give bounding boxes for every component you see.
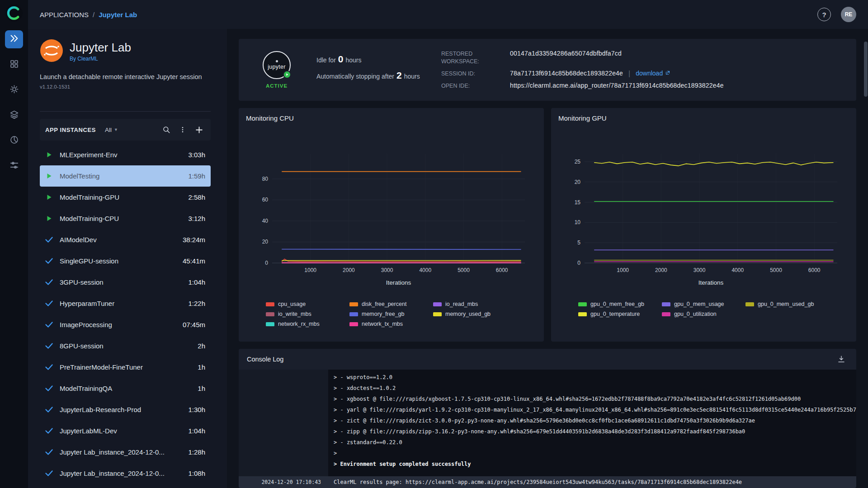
legend-item[interactable]: gpu_0_mem_used_gb <box>745 301 829 307</box>
legend-item[interactable]: cpu_usage <box>266 301 349 307</box>
console-title: Console Log <box>247 356 283 363</box>
breadcrumb-applications[interactable]: APPLICATIONS <box>40 11 89 19</box>
external-link-icon <box>665 70 670 77</box>
download-link[interactable]: download <box>636 70 670 77</box>
legend-item[interactable]: gpu_0_utilization <box>662 311 745 317</box>
check-icon <box>45 428 53 434</box>
list-item[interactable]: ImageProcessing07:45m <box>40 314 211 335</box>
check-icon <box>45 237 53 243</box>
search-icon[interactable] <box>160 123 173 136</box>
idle-hours-value: 0 <box>338 54 344 64</box>
field-label: SESSION ID: <box>441 70 510 78</box>
legend-item[interactable]: gpu_0_mem_usage <box>662 301 745 307</box>
legend-item[interactable]: gpu_0_mem_free_gb <box>578 301 662 307</box>
applications-icon <box>9 33 19 45</box>
legend-item[interactable]: network_rx_mbs <box>266 321 349 327</box>
cpu-chart-plot[interactable]: 100020003000400050006000020406080Iterati… <box>246 133 537 299</box>
legend-label: io_write_mbs <box>278 311 311 317</box>
list-item[interactable]: ModelTrainingQA1h <box>40 378 211 399</box>
list-item[interactable]: ModelTraining-GPU2:58h <box>40 187 211 208</box>
console-log[interactable]: > - wsproto==1.2.0> - xdoctest==1.0.2> -… <box>239 370 856 488</box>
list-item[interactable]: ModelTraining-CPU3:12h <box>40 208 211 229</box>
chart-legend: gpu_0_mem_free_gbgpu_0_mem_usagegpu_0_me… <box>578 301 829 317</box>
svg-text:Iterations: Iterations <box>698 279 724 286</box>
svg-text:1000: 1000 <box>617 267 629 273</box>
instance-name: Jupyter Lab_instance_2024-12-0... <box>60 448 181 456</box>
session-id-row: SESSION ID: 78a71713f6914c85b68dec189382… <box>441 70 724 78</box>
legend-item[interactable]: io_read_mbs <box>433 301 517 307</box>
legend-swatch <box>349 312 358 316</box>
add-instance-button[interactable] <box>193 123 205 136</box>
play-icon <box>45 215 53 222</box>
console-header: Console Log <box>239 349 856 370</box>
avatar[interactable]: RE <box>841 7 856 22</box>
console-lines: > - wsproto==1.2.0> - xdoctest==1.0.2> -… <box>239 370 856 469</box>
legend-swatch <box>266 312 274 316</box>
legend-item[interactable]: network_tx_mbs <box>349 321 433 327</box>
list-item[interactable]: PreTrainerModel-FineTuner1h <box>40 357 211 378</box>
console-card: Console Log > - wsproto==1.2.0> - xdocte… <box>239 349 856 488</box>
svg-text:2000: 2000 <box>343 267 355 273</box>
check-icon <box>45 449 53 455</box>
play-icon <box>45 151 53 158</box>
reports-icon <box>9 135 19 146</box>
instance-duration: 1:28h <box>188 448 205 456</box>
svg-text:1000: 1000 <box>304 267 316 273</box>
open-ide-url[interactable]: https://clearml.acme.ai/app_router/78a71… <box>510 82 724 89</box>
svg-text:0: 0 <box>265 260 268 266</box>
clearml-logo[interactable] <box>4 3 24 23</box>
instances-filter-dropdown[interactable]: All ▼ <box>105 127 118 133</box>
check-icon <box>45 322 53 328</box>
field-label: RESTORED WORKSPACE: <box>441 50 510 66</box>
main-content: jupyter ACTIVE Idle for0hours Automatica… <box>227 29 868 488</box>
legend-item[interactable]: disk_free_percent <box>349 301 433 307</box>
instances-toolbar: APP INSTANCES All ▼ <box>40 119 211 141</box>
rail-item-reports[interactable] <box>5 131 23 150</box>
list-item[interactable]: HyperparamTuner1:22h <box>40 293 211 314</box>
list-item[interactable]: ModelTesting1:59h <box>40 165 211 187</box>
rail-item-workers[interactable] <box>5 157 23 175</box>
list-item[interactable]: Jupyter Lab_instance_2024-12-0...1:08h <box>40 463 211 484</box>
list-item[interactable]: 8GPU-session2h <box>40 335 211 357</box>
list-item[interactable]: JupyterLabML-Dev1:04h <box>40 420 211 441</box>
svg-text:5: 5 <box>577 239 580 246</box>
list-item[interactable]: JupyterLab-Research-Prod1:30h <box>40 399 211 420</box>
list-item[interactable]: Jupyter Lab_instance_2024-12-0...1:28h <box>40 441 211 463</box>
rail-item-models[interactable] <box>5 81 23 99</box>
rail-item-datasets[interactable] <box>5 106 23 124</box>
list-item[interactable]: MLExperiment-Env3:03h <box>40 144 211 165</box>
chart-legend: cpu_usagedisk_free_percentio_read_mbsio_… <box>266 301 517 327</box>
legend-swatch <box>349 302 358 306</box>
legend-label: gpu_0_mem_usage <box>674 301 724 307</box>
gpu-chart-plot[interactable]: 1000200030004000500060000510152025Iterat… <box>558 133 849 299</box>
page-scrollbar <box>864 30 868 486</box>
svg-text:6000: 6000 <box>808 267 821 273</box>
legend-item[interactable]: memory_free_gb <box>349 311 433 317</box>
instance-name: HyperparamTuner <box>60 300 181 307</box>
list-item[interactable]: 3GPU-session1:04h <box>40 272 211 293</box>
legend-item[interactable]: gpu_0_temperature <box>578 311 662 317</box>
download-log-icon[interactable] <box>835 352 848 366</box>
instance-name: SingleGPU-session <box>60 257 176 265</box>
help-icon[interactable]: ? <box>817 8 831 21</box>
legend-label: gpu_0_mem_used_gb <box>758 301 814 307</box>
list-item[interactable]: AIModelDev38:24m <box>40 229 211 250</box>
scrollbar-thumb[interactable] <box>864 42 868 97</box>
console-line: > - zipp @ file:///rapids/zipp-3.16.2-py… <box>334 426 849 437</box>
legend-item[interactable]: io_write_mbs <box>266 311 349 317</box>
list-item[interactable]: SingleGPU-session45:41m <box>40 250 211 272</box>
rail-item-applications[interactable] <box>5 30 23 48</box>
instance-duration: 1:30h <box>188 406 205 413</box>
rail-item-projects[interactable] <box>5 56 23 74</box>
instance-duration: 3:03h <box>188 151 205 159</box>
legend-label: network_rx_mbs <box>278 321 320 327</box>
svg-text:5000: 5000 <box>458 267 470 273</box>
byline-link[interactable]: By ClearML <box>70 56 131 62</box>
check-icon <box>45 258 53 264</box>
separator: | <box>628 70 630 78</box>
legend-item[interactable]: memory_used_gb <box>433 311 517 317</box>
kebab-menu-icon[interactable] <box>176 123 189 136</box>
check-icon <box>45 300 53 306</box>
legend-swatch <box>662 312 670 316</box>
check-icon <box>45 385 53 391</box>
